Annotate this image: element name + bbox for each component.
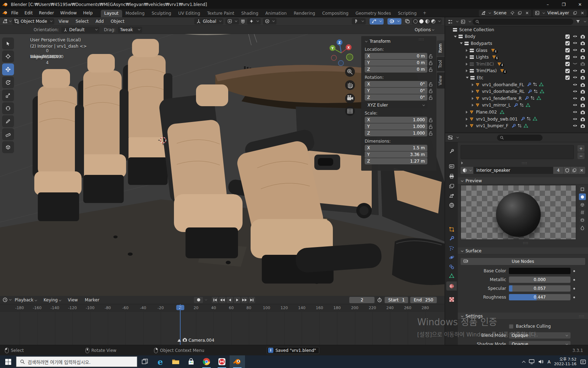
properties-tab-particles[interactable] <box>446 244 457 253</box>
transform-tool-button[interactable] <box>2 102 14 114</box>
hide-eye-icon[interactable] <box>573 103 578 107</box>
viewport-menu-add[interactable]: Add <box>92 19 107 24</box>
lock-icon[interactable] <box>427 82 434 87</box>
rotation--x-field[interactable]: X0° <box>365 81 434 87</box>
disclosure-open-icon[interactable] <box>460 42 463 44</box>
rotation--y-field[interactable]: Y0° <box>365 88 434 94</box>
timeline-menu-view[interactable]: View <box>64 298 81 302</box>
workspace-tab-modeling[interactable]: Modeling <box>122 10 148 17</box>
task-view-button[interactable] <box>137 355 153 368</box>
display-tray-icon[interactable] <box>528 359 534 365</box>
annotate-tool-button[interactable] <box>2 115 14 127</box>
disable-render-camera-icon[interactable]: > <box>580 110 585 114</box>
blender-menu-logo-icon[interactable] <box>2 10 8 16</box>
properties-tab-object-data[interactable] <box>446 271 457 280</box>
sidebar-tab-view[interactable]: View <box>437 72 444 88</box>
hide-eye-icon[interactable] <box>573 117 578 121</box>
properties-search-input[interactable] <box>497 135 542 141</box>
timeline-editor-icon[interactable] <box>2 297 8 303</box>
scale-tool-button[interactable] <box>2 89 14 101</box>
outliner-row-vrv1-doorhandle-rl[interactable]: vrv1_doorhandle_RL> <box>445 88 588 95</box>
selectable-checkbox[interactable] <box>565 110 570 114</box>
gizmos-dropdown[interactable] <box>370 18 384 25</box>
disclosure-closed-icon[interactable] <box>472 97 474 100</box>
visibility-dropdown[interactable] <box>352 18 366 25</box>
animate-dot-icon[interactable] <box>573 297 575 298</box>
scale--z-field[interactable]: Z1.000 <box>365 130 434 136</box>
lock-icon[interactable] <box>427 118 434 122</box>
hide-eye-closed-icon[interactable] <box>573 62 578 66</box>
outliner-row-vrv1-bumper-f[interactable]: vrv1_bumper_F> <box>445 122 588 129</box>
properties-tab-object[interactable] <box>446 225 457 234</box>
properties-editor[interactable]: + − :::: interior_speaker 4 Preview <box>445 132 588 345</box>
blender-taskbar-icon[interactable] <box>230 355 245 368</box>
disable-render-camera-icon[interactable]: > <box>580 55 585 60</box>
timeline-marker[interactable]: >Camera.004 <box>177 338 215 343</box>
menu-help[interactable]: Help <box>80 11 96 15</box>
file-explorer-taskbar-icon[interactable] <box>168 355 183 368</box>
remove-slot-button[interactable]: − <box>578 152 584 159</box>
disclosure-closed-icon[interactable] <box>466 63 468 66</box>
use-nodes-button[interactable]: Use Nodes <box>461 258 585 265</box>
jump-to-start-button[interactable] <box>212 297 218 303</box>
metallic-slider[interactable]: 0.000 <box>509 277 570 283</box>
outliner-row-vrv1-fenderflare-r[interactable]: vrv1_fenderflare_R> <box>445 95 588 102</box>
preview-flat-button[interactable] <box>579 186 586 192</box>
hide-eye-icon[interactable] <box>573 69 578 73</box>
blend-mode-dropdown[interactable]: Opaque <box>509 332 570 339</box>
disable-render-camera-icon[interactable]: > <box>580 103 585 107</box>
pin-icon[interactable] <box>509 10 515 16</box>
edge-taskbar-icon[interactable]: e <box>153 355 168 368</box>
properties-tab-material[interactable] <box>446 281 457 291</box>
animate-dot-icon[interactable] <box>573 288 575 289</box>
selectable-checkbox[interactable] <box>565 83 570 87</box>
new-scene-icon[interactable] <box>517 10 523 16</box>
pan-button[interactable] <box>345 80 355 90</box>
viewlayer-selector[interactable]: ViewLayer <box>533 10 587 16</box>
outliner-row-body[interactable]: Body> <box>445 33 588 40</box>
properties-tab-view-layer[interactable] <box>446 182 457 191</box>
menu-window[interactable]: Window <box>57 11 80 15</box>
start-button[interactable] <box>0 355 16 368</box>
rotation--z-field[interactable]: Z0° <box>365 94 434 101</box>
orientation-dropdown[interactable]: Global <box>194 18 223 25</box>
material-slot-list[interactable] <box>461 145 574 159</box>
material-name-field[interactable]: interior_speaker <box>474 167 553 174</box>
timeline-menu-marker[interactable]: Marker <box>81 298 103 302</box>
add-cube-tool-button[interactable] <box>2 141 14 153</box>
timeline-menu-playback[interactable]: Playback <box>11 298 40 302</box>
viewport-menu-view[interactable]: View <box>55 19 72 24</box>
close-button[interactable]: ✕ <box>572 0 588 9</box>
current-frame-field[interactable]: 2 <box>349 297 374 303</box>
location--x-field[interactable]: X0 m <box>365 53 434 59</box>
disclosure-closed-icon[interactable] <box>472 90 474 93</box>
snap-magnet-icon[interactable] <box>240 18 246 24</box>
selectable-checkbox[interactable] <box>565 89 570 94</box>
taskbar-clock[interactable]: 오후 7:52 2022-11-16 <box>554 357 576 366</box>
properties-tab-output[interactable] <box>446 172 457 181</box>
timeline-ruler[interactable]: -180-160-140-120-100-80-60-40-2020406080… <box>0 304 444 312</box>
shading-rendered-icon[interactable] <box>431 19 435 23</box>
preview-cube-button[interactable] <box>579 201 586 208</box>
rotate-tool-button[interactable] <box>2 76 14 88</box>
preview-hair-button[interactable] <box>579 209 586 216</box>
xray-toggle-icon[interactable] <box>404 18 410 24</box>
disclosure-closed-icon[interactable] <box>466 111 468 114</box>
add-slot-button[interactable]: + <box>578 145 584 152</box>
orientation-setting-dropdown[interactable]: Default <box>61 27 99 33</box>
slot-list-grip[interactable]: :::: <box>522 162 527 164</box>
properties-tab-scene[interactable] <box>446 191 457 200</box>
properties-tab-modifiers[interactable] <box>446 234 457 243</box>
minimize-button[interactable]: – <box>540 0 556 9</box>
lock-icon[interactable] <box>427 95 434 100</box>
disable-render-camera-icon[interactable]: > <box>580 75 585 80</box>
hide-eye-icon[interactable] <box>573 48 578 53</box>
disable-render-camera-icon[interactable]: > <box>580 34 585 39</box>
dimensions--x-field[interactable]: X1.5 m <box>365 145 434 151</box>
disable-render-camera-icon[interactable]: > <box>580 89 585 94</box>
preview-resize-grip[interactable]: :::: <box>523 242 528 244</box>
hide-eye-icon[interactable] <box>573 124 578 128</box>
disclosure-open-icon[interactable] <box>454 36 457 38</box>
disable-render-camera-icon[interactable]: > <box>580 96 585 101</box>
timeline-editor[interactable]: PlaybackKeyingViewMarker 2 Start1 End250… <box>0 296 444 345</box>
